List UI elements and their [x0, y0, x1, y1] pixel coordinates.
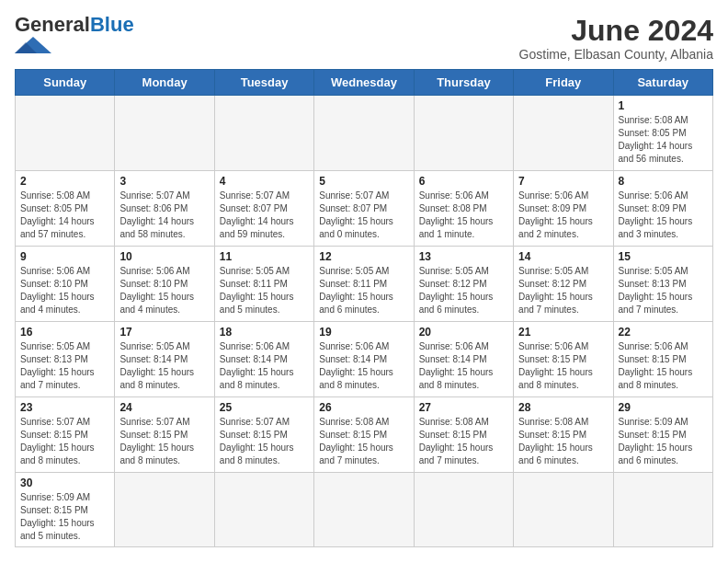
day-cell: 20Sunrise: 5:06 AM Sunset: 8:14 PM Dayli…: [414, 322, 513, 397]
day-number: 4: [220, 175, 309, 188]
day-info: Sunrise: 5:08 AM Sunset: 8:05 PM Dayligh…: [20, 190, 109, 241]
logo-general: General: [15, 13, 90, 36]
day-info: Sunrise: 5:07 AM Sunset: 8:07 PM Dayligh…: [220, 190, 309, 241]
day-cell: [214, 473, 313, 547]
day-info: Sunrise: 5:05 AM Sunset: 8:12 PM Dayligh…: [518, 265, 608, 316]
day-number: 18: [220, 326, 309, 339]
day-cell: 26Sunrise: 5:08 AM Sunset: 8:15 PM Dayli…: [314, 397, 414, 473]
day-cell: [514, 473, 613, 547]
day-cell: [115, 96, 214, 171]
day-info: Sunrise: 5:07 AM Sunset: 8:15 PM Dayligh…: [119, 416, 209, 467]
day-cell: [314, 473, 414, 547]
day-number: 17: [119, 326, 209, 339]
day-cell: [214, 96, 313, 171]
day-number: 23: [20, 401, 109, 414]
weekday-header-monday: Monday: [115, 70, 214, 96]
day-cell: 8Sunrise: 5:06 AM Sunset: 8:09 PM Daylig…: [613, 171, 712, 247]
day-number: 7: [518, 175, 608, 188]
day-cell: 5Sunrise: 5:07 AM Sunset: 8:07 PM Daylig…: [314, 171, 414, 247]
day-number: 15: [619, 250, 708, 263]
day-number: 5: [319, 175, 408, 188]
logo: GeneralBlue: [15, 15, 134, 53]
day-info: Sunrise: 5:06 AM Sunset: 8:14 PM Dayligh…: [319, 340, 408, 392]
day-number: 20: [419, 326, 508, 339]
day-cell: 28Sunrise: 5:08 AM Sunset: 8:15 PM Dayli…: [514, 397, 613, 473]
day-number: 19: [319, 326, 408, 339]
calendar-table: SundayMondayTuesdayWednesdayThursdayFrid…: [15, 69, 713, 547]
day-cell: 9Sunrise: 5:06 AM Sunset: 8:10 PM Daylig…: [16, 247, 115, 322]
day-number: 9: [20, 250, 109, 263]
logo-blue: Blue: [90, 13, 134, 36]
day-cell: 29Sunrise: 5:09 AM Sunset: 8:15 PM Dayli…: [613, 397, 712, 473]
weekday-header-saturday: Saturday: [613, 70, 712, 96]
day-number: 27: [419, 401, 508, 414]
day-number: 25: [220, 401, 309, 414]
day-info: Sunrise: 5:09 AM Sunset: 8:15 PM Dayligh…: [619, 416, 708, 467]
day-cell: [16, 96, 115, 171]
day-cell: [414, 473, 513, 547]
day-cell: 27Sunrise: 5:08 AM Sunset: 8:15 PM Dayli…: [414, 397, 513, 473]
day-number: 2: [20, 175, 109, 188]
calendar-header: GeneralBlue June 2024 Gostime, Elbasan C…: [15, 15, 713, 62]
month-title: June 2024: [519, 15, 713, 47]
day-cell: 21Sunrise: 5:06 AM Sunset: 8:15 PM Dayli…: [514, 322, 613, 397]
day-number: 1: [619, 99, 708, 112]
day-cell: [414, 96, 513, 171]
day-cell: 17Sunrise: 5:05 AM Sunset: 8:14 PM Dayli…: [115, 322, 214, 397]
day-cell: 14Sunrise: 5:05 AM Sunset: 8:12 PM Dayli…: [514, 247, 613, 322]
day-info: Sunrise: 5:06 AM Sunset: 8:10 PM Dayligh…: [20, 265, 109, 316]
day-info: Sunrise: 5:08 AM Sunset: 8:15 PM Dayligh…: [319, 416, 408, 467]
day-cell: 18Sunrise: 5:06 AM Sunset: 8:14 PM Dayli…: [214, 322, 313, 397]
day-info: Sunrise: 5:08 AM Sunset: 8:15 PM Dayligh…: [419, 416, 508, 467]
day-cell: 13Sunrise: 5:05 AM Sunset: 8:12 PM Dayli…: [414, 247, 513, 322]
weekday-header-friday: Friday: [514, 70, 613, 96]
day-cell: 12Sunrise: 5:05 AM Sunset: 8:11 PM Dayli…: [314, 247, 414, 322]
day-info: Sunrise: 5:06 AM Sunset: 8:08 PM Dayligh…: [419, 190, 508, 241]
day-info: Sunrise: 5:06 AM Sunset: 8:10 PM Dayligh…: [119, 265, 209, 316]
day-info: Sunrise: 5:06 AM Sunset: 8:15 PM Dayligh…: [518, 340, 608, 392]
day-info: Sunrise: 5:07 AM Sunset: 8:15 PM Dayligh…: [20, 416, 109, 467]
day-cell: 22Sunrise: 5:06 AM Sunset: 8:15 PM Dayli…: [613, 322, 712, 397]
day-number: 11: [220, 250, 309, 263]
day-number: 21: [518, 326, 608, 339]
day-cell: [314, 96, 414, 171]
day-info: Sunrise: 5:07 AM Sunset: 8:06 PM Dayligh…: [119, 190, 209, 241]
location-subtitle: Gostime, Elbasan County, Albania: [519, 47, 713, 62]
day-cell: [514, 96, 613, 171]
day-cell: 30Sunrise: 5:09 AM Sunset: 8:15 PM Dayli…: [16, 473, 115, 547]
day-info: Sunrise: 5:06 AM Sunset: 8:09 PM Dayligh…: [518, 190, 608, 241]
day-cell: 3Sunrise: 5:07 AM Sunset: 8:06 PM Daylig…: [115, 171, 214, 247]
day-number: 28: [518, 401, 608, 414]
weekday-header-sunday: Sunday: [16, 70, 115, 96]
day-cell: 19Sunrise: 5:06 AM Sunset: 8:14 PM Dayli…: [314, 322, 414, 397]
day-info: Sunrise: 5:05 AM Sunset: 8:12 PM Dayligh…: [419, 265, 508, 316]
week-row-3: 9Sunrise: 5:06 AM Sunset: 8:10 PM Daylig…: [16, 247, 713, 322]
week-row-4: 16Sunrise: 5:05 AM Sunset: 8:13 PM Dayli…: [16, 322, 713, 397]
logo-icon: [15, 37, 51, 53]
week-row-6: 30Sunrise: 5:09 AM Sunset: 8:15 PM Dayli…: [16, 473, 713, 547]
day-info: Sunrise: 5:05 AM Sunset: 8:13 PM Dayligh…: [20, 340, 109, 392]
day-cell: 7Sunrise: 5:06 AM Sunset: 8:09 PM Daylig…: [514, 171, 613, 247]
day-number: 10: [119, 250, 209, 263]
day-number: 12: [319, 250, 408, 263]
day-cell: 4Sunrise: 5:07 AM Sunset: 8:07 PM Daylig…: [214, 171, 313, 247]
day-info: Sunrise: 5:05 AM Sunset: 8:11 PM Dayligh…: [319, 265, 408, 316]
day-cell: 25Sunrise: 5:07 AM Sunset: 8:15 PM Dayli…: [214, 397, 313, 473]
day-number: 16: [20, 326, 109, 339]
day-info: Sunrise: 5:07 AM Sunset: 8:07 PM Dayligh…: [319, 190, 408, 241]
weekday-header-thursday: Thursday: [414, 70, 513, 96]
day-number: 30: [20, 477, 109, 489]
day-info: Sunrise: 5:06 AM Sunset: 8:14 PM Dayligh…: [220, 340, 309, 392]
day-info: Sunrise: 5:05 AM Sunset: 8:11 PM Dayligh…: [220, 265, 309, 316]
weekday-header-row: SundayMondayTuesdayWednesdayThursdayFrid…: [16, 70, 713, 96]
logo-text: GeneralBlue: [15, 15, 134, 35]
day-number: 14: [518, 250, 608, 263]
day-info: Sunrise: 5:08 AM Sunset: 8:15 PM Dayligh…: [518, 416, 608, 467]
day-info: Sunrise: 5:05 AM Sunset: 8:14 PM Dayligh…: [119, 340, 209, 392]
week-row-2: 2Sunrise: 5:08 AM Sunset: 8:05 PM Daylig…: [16, 171, 713, 247]
day-cell: [613, 473, 712, 547]
week-row-5: 23Sunrise: 5:07 AM Sunset: 8:15 PM Dayli…: [16, 397, 713, 473]
day-cell: 23Sunrise: 5:07 AM Sunset: 8:15 PM Dayli…: [16, 397, 115, 473]
day-cell: 24Sunrise: 5:07 AM Sunset: 8:15 PM Dayli…: [115, 397, 214, 473]
day-cell: 11Sunrise: 5:05 AM Sunset: 8:11 PM Dayli…: [214, 247, 313, 322]
